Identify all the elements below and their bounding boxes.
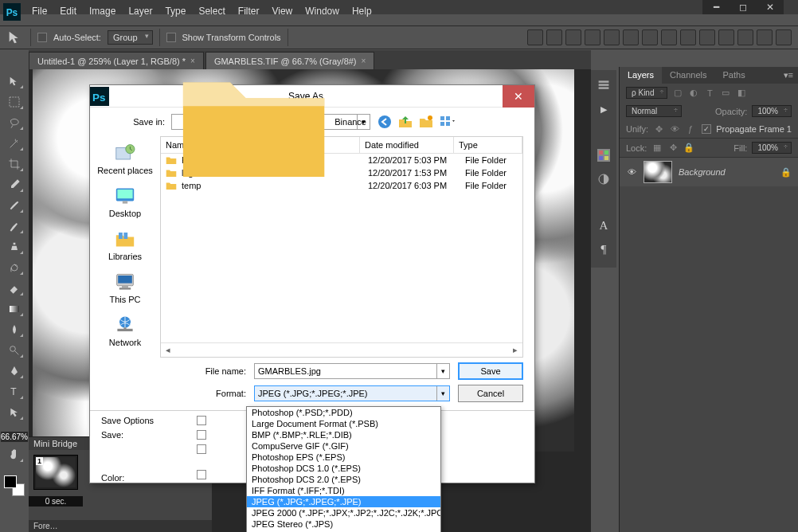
- format-option[interactable]: IFF Format (*.IFF;*.TDI): [247, 485, 440, 496]
- adjustments-panel-icon[interactable]: [596, 172, 612, 186]
- pen-tool-icon[interactable]: [5, 363, 24, 379]
- 3d-mode-icon[interactable]: [776, 29, 792, 45]
- unify-visibility-icon[interactable]: 👁: [669, 123, 680, 135]
- place-desktop[interactable]: Desktop: [90, 182, 160, 221]
- tab-paths[interactable]: Paths: [715, 67, 753, 84]
- history-brush-tool-icon[interactable]: [5, 260, 24, 276]
- place-this-pc[interactable]: This PC: [90, 268, 160, 307]
- lasso-tool-icon[interactable]: [5, 115, 24, 131]
- distribute-icon[interactable]: [642, 29, 658, 45]
- move-tool-icon[interactable]: [5, 73, 24, 89]
- color-panel-icon[interactable]: [596, 148, 612, 162]
- fill-value[interactable]: 100%: [752, 142, 792, 154]
- maximize-button[interactable]: ◻: [730, 0, 757, 14]
- menu-file[interactable]: File: [32, 6, 47, 17]
- file-name-input[interactable]: GMARBLES.jpg▾: [254, 363, 450, 379]
- cancel-button[interactable]: Cancel: [458, 385, 523, 402]
- color-swatches[interactable]: [4, 475, 25, 496]
- layer-filter-kind[interactable]: ρ Kind: [626, 87, 667, 99]
- format-option[interactable]: CompuServe GIF (*.GIF): [247, 440, 440, 452]
- format-option[interactable]: JPEG (*.JPG;*.JPEG;*.JPE): [247, 496, 440, 507]
- lock-pixels-icon[interactable]: ▦: [651, 143, 663, 154]
- distribute-icon[interactable]: [680, 29, 696, 45]
- menu-window[interactable]: Window: [305, 6, 339, 17]
- save-option-checkbox[interactable]: [197, 430, 206, 440]
- unify-style-icon[interactable]: ƒ: [685, 123, 696, 135]
- visibility-toggle-icon[interactable]: 👁: [626, 167, 637, 177]
- mini-bridge-thumb[interactable]: 1: [33, 455, 78, 490]
- actions-panel-icon[interactable]: ▶: [596, 102, 612, 116]
- filter-pixel-icon[interactable]: ▢: [672, 88, 683, 99]
- propagate-checkbox[interactable]: [702, 124, 711, 134]
- align-icon[interactable]: [546, 29, 562, 45]
- filter-shape-icon[interactable]: ▭: [720, 88, 731, 99]
- close-icon[interactable]: ×: [362, 57, 366, 65]
- format-option[interactable]: JPEG 2000 (*.JPF;*.JPX;*.JP2;*.J2C;*.J2K…: [247, 507, 440, 518]
- format-option[interactable]: Photoshop DCS 2.0 (*.EPS): [247, 474, 440, 485]
- dodge-tool-icon[interactable]: [5, 342, 24, 358]
- format-option[interactable]: Photoshop EPS (*.EPS): [247, 452, 440, 463]
- filter-type-icon[interactable]: T: [704, 88, 715, 99]
- tab-channels[interactable]: Channels: [662, 67, 714, 84]
- layer-thumbnail[interactable]: [643, 161, 672, 183]
- color-option-checkbox[interactable]: [197, 470, 206, 479]
- place-network[interactable]: Network: [90, 311, 160, 350]
- menu-image[interactable]: Image: [89, 6, 115, 17]
- save-option-checkbox[interactable]: [197, 444, 206, 454]
- layer-name[interactable]: Background: [679, 167, 774, 177]
- blend-mode-select[interactable]: Normal: [626, 105, 682, 117]
- gradient-tool-icon[interactable]: [5, 301, 24, 317]
- save-option-checkbox[interactable]: [197, 416, 206, 425]
- up-one-level-icon[interactable]: [397, 114, 413, 130]
- blur-tool-icon[interactable]: [5, 322, 24, 338]
- place-libraries[interactable]: Libraries: [90, 225, 160, 264]
- format-combo[interactable]: JPEG (*.JPG;*.JPEG;*.JPE)▾: [254, 385, 450, 401]
- align-icon[interactable]: [585, 29, 600, 45]
- format-dropdown-list[interactable]: Photoshop (*.PSD;*.PDD)Large Document Fo…: [246, 406, 441, 532]
- menu-view[interactable]: View: [272, 6, 292, 17]
- menu-type[interactable]: Type: [165, 6, 186, 17]
- hand-tool-icon[interactable]: [5, 447, 24, 463]
- distribute-icon[interactable]: [718, 29, 734, 45]
- eyedropper-tool-icon[interactable]: [5, 177, 24, 193]
- lock-position-icon[interactable]: ✥: [667, 143, 679, 154]
- history-panel-icon[interactable]: [596, 78, 612, 92]
- col-type[interactable]: Type: [454, 137, 522, 153]
- menu-layer[interactable]: Layer: [128, 6, 152, 17]
- path-select-tool-icon[interactable]: [5, 405, 24, 421]
- menu-select[interactable]: Select: [198, 6, 225, 17]
- marquee-tool-icon[interactable]: [5, 94, 24, 110]
- distribute-icon[interactable]: [737, 29, 753, 45]
- lock-all-icon[interactable]: 🔒: [683, 143, 694, 154]
- tab-layers[interactable]: Layers: [620, 67, 662, 84]
- distribute-icon[interactable]: [661, 29, 677, 45]
- minimize-button[interactable]: ━: [702, 0, 730, 14]
- distribute-icon[interactable]: [699, 29, 715, 45]
- healing-brush-tool-icon[interactable]: [5, 198, 24, 213]
- align-icon[interactable]: [565, 29, 581, 45]
- auto-select-checkbox[interactable]: [37, 33, 47, 42]
- new-folder-icon[interactable]: [418, 114, 434, 130]
- view-menu-icon[interactable]: [439, 114, 455, 130]
- foreground-color-swatch[interactable]: [4, 475, 17, 488]
- dialog-close-button[interactable]: ✕: [503, 85, 534, 108]
- filter-adjustment-icon[interactable]: ◐: [688, 88, 699, 99]
- format-option[interactable]: BMP (*.BMP;*.RLE;*.DIB): [247, 429, 440, 440]
- character-panel-icon[interactable]: A: [596, 218, 612, 233]
- layer-row[interactable]: 👁 Background 🔒: [620, 158, 798, 186]
- format-option[interactable]: Large Document Format (*.PSB): [247, 418, 440, 429]
- paragraph-panel-icon[interactable]: ¶: [596, 242, 612, 256]
- clone-stamp-tool-icon[interactable]: [5, 239, 24, 255]
- format-option[interactable]: JPEG Stereo (*.JPS): [247, 518, 440, 530]
- menu-help[interactable]: Help: [352, 6, 372, 17]
- menu-edit[interactable]: Edit: [60, 6, 76, 17]
- auto-align-icon[interactable]: [757, 29, 773, 45]
- save-button[interactable]: Save: [458, 362, 523, 380]
- magic-wand-tool-icon[interactable]: [5, 135, 24, 151]
- format-option[interactable]: Photoshop DCS 1.0 (*.EPS): [247, 463, 440, 474]
- save-in-combo[interactable]: Binance ▾: [171, 114, 370, 130]
- eraser-tool-icon[interactable]: [5, 280, 24, 296]
- type-tool-icon[interactable]: T: [5, 384, 24, 400]
- col-date[interactable]: Date modified: [360, 137, 454, 153]
- menu-filter[interactable]: Filter: [238, 6, 260, 17]
